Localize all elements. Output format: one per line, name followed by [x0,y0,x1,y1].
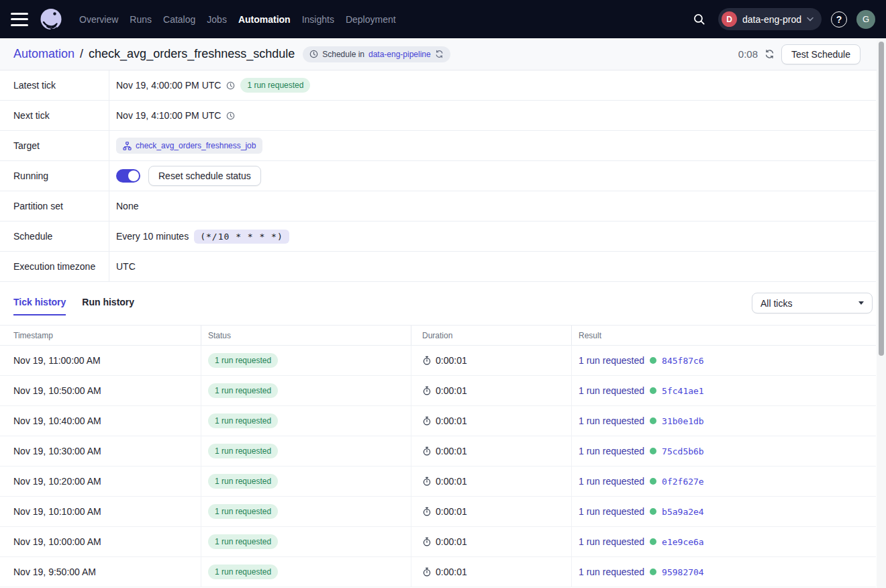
col-header-result: Result [572,331,876,340]
target-job-link[interactable]: check_avg_orders_freshness_job [136,141,256,150]
running-row: Running Reset schedule status [0,161,876,191]
nav-item-jobs[interactable]: Jobs [207,14,227,25]
latest-tick-status-badge: 1 run requested [240,78,310,93]
latest-tick-label: Latest tick [0,70,109,100]
col-header-timestamp: Timestamp [0,326,201,345]
table-row: Nov 19, 9:50:00 AM 1 run requested 0:00:… [0,557,876,587]
caret-down-icon [858,301,864,305]
table-row: Nov 19, 10:30:00 AM 1 run requested 0:00… [0,436,876,467]
tick-status-badge: 1 run requested [208,504,278,519]
clock-icon [226,81,235,90]
tick-duration: 0:00:01 [436,355,467,366]
nav-item-automation[interactable]: Automation [238,14,291,25]
run-id-link[interactable]: 75cd5b6b [662,446,704,456]
primary-nav: OverviewRunsCatalogJobsAutomationInsight… [79,14,396,25]
tick-status-badge: 1 run requested [208,474,278,489]
nav-item-deployment[interactable]: Deployment [346,14,396,25]
tick-timestamp: Nov 19, 10:30:00 AM [0,436,201,466]
nav-item-overview[interactable]: Overview [79,14,118,25]
tick-filter-select[interactable]: All ticks [752,293,873,313]
runs-requested-link[interactable]: 1 run requested [579,446,644,456]
run-id-link[interactable]: 95982704 [662,567,704,577]
reset-schedule-status-button[interactable]: Reset schedule status [148,166,261,186]
refresh-icon[interactable] [765,49,775,59]
refresh-countdown: 0:08 [738,48,758,60]
schedule-in-label: Schedule in [322,50,364,59]
target-job-pill[interactable]: check_avg_orders_freshness_job [116,138,262,154]
col-header-duration: Duration [411,326,572,345]
schedule-value: Every 10 minutes [116,231,189,242]
scrollbar-track [877,38,886,588]
runs-requested-link[interactable]: 1 run requested [579,536,644,547]
target-label: Target [0,131,109,160]
next-tick-row: Next tick Nov 19, 4:10:00 PM UTC [0,101,876,131]
stopwatch-icon [422,507,432,516]
code-location-link[interactable]: data-eng-pipeline [368,50,431,59]
workspace-switcher[interactable]: D data-eng-prod [718,8,822,30]
run-id-link[interactable]: 0f2f627e [662,477,704,487]
stopwatch-icon [422,567,432,577]
tab-tick-history[interactable]: Tick history [13,293,66,315]
cron-expression: (*/10 * * * *) [194,230,289,244]
schedule-details: Latest tick Nov 19, 4:00:00 PM UTC 1 run… [0,70,876,282]
runs-requested-link[interactable]: 1 run requested [579,567,644,577]
runs-requested-link[interactable]: 1 run requested [579,415,644,426]
tab-run-history[interactable]: Run history [82,293,134,315]
running-toggle[interactable] [116,169,140,183]
run-id-link[interactable]: b5a9a2e4 [662,507,704,517]
run-id-link[interactable]: 31b0e1db [662,416,704,426]
tick-timestamp: Nov 19, 10:40:00 AM [0,406,201,436]
runs-requested-link[interactable]: 1 run requested [579,506,644,517]
tick-duration: 0:00:01 [436,506,467,517]
tick-status-badge: 1 run requested [208,413,278,428]
table-row: Nov 19, 10:40:00 AM 1 run requested 0:00… [0,406,876,436]
stopwatch-icon [422,416,432,426]
running-label: Running [0,161,109,191]
runs-requested-link[interactable]: 1 run requested [579,385,644,396]
nav-item-catalog[interactable]: Catalog [163,14,195,25]
stopwatch-icon [422,386,432,395]
tick-duration: 0:00:01 [436,476,467,487]
runs-requested-link[interactable]: 1 run requested [579,476,644,487]
dagster-logo-icon[interactable] [38,6,64,33]
help-icon[interactable]: ? [831,11,847,28]
table-header: Timestamp Status Duration Result [0,325,876,346]
target-row: Target check_avg_orders_freshness_job [0,131,876,161]
tick-timestamp: Nov 19, 10:00:00 AM [0,527,201,556]
page-title: check_avg_orders_freshness_schdule [89,47,295,61]
run-id-link[interactable]: 5fc41ae1 [662,386,704,396]
stopwatch-icon [422,537,432,546]
tick-timestamp: Nov 19, 10:50:00 AM [0,376,201,405]
tick-filter-value: All ticks [760,298,792,309]
partition-set-label: Partition set [0,191,109,221]
run-status-dot [650,387,656,394]
run-id-link[interactable]: 845f87c6 [662,356,704,366]
runs-requested-link[interactable]: 1 run requested [579,355,644,366]
breadcrumb-separator: / [80,47,83,61]
stopwatch-icon [422,477,432,486]
tick-timestamp: Nov 19, 10:20:00 AM [0,467,201,496]
clock-icon [226,111,235,120]
stopwatch-icon [422,356,432,365]
scrollbar-thumb[interactable] [879,42,884,356]
partition-set-value: None [116,201,138,211]
execution-timezone-row: Execution timezone UTC [0,252,876,282]
run-id-link[interactable]: e1e9ce6a [662,537,704,547]
nav-item-insights[interactable]: Insights [302,14,334,25]
test-schedule-button[interactable]: Test Schedule [781,44,860,64]
tick-duration: 0:00:01 [436,385,467,396]
reload-icon[interactable] [435,50,444,58]
workspace-avatar: D [722,11,737,27]
table-row: Nov 19, 10:50:00 AM 1 run requested 0:00… [0,376,876,406]
schedule-label: Schedule [0,222,109,251]
table-row: Nov 19, 10:10:00 AM 1 run requested 0:00… [0,497,876,527]
latest-tick-value: Nov 19, 4:00:00 PM UTC [116,80,221,91]
breadcrumb-automation-link[interactable]: Automation [13,47,75,61]
execution-timezone-label: Execution timezone [0,252,109,281]
tick-duration: 0:00:01 [436,567,467,577]
nav-item-runs[interactable]: Runs [130,14,152,25]
hamburger-menu-icon[interactable] [11,13,28,26]
search-icon[interactable] [689,9,709,30]
user-avatar[interactable]: G [856,10,875,29]
tick-duration: 0:00:01 [436,446,467,456]
